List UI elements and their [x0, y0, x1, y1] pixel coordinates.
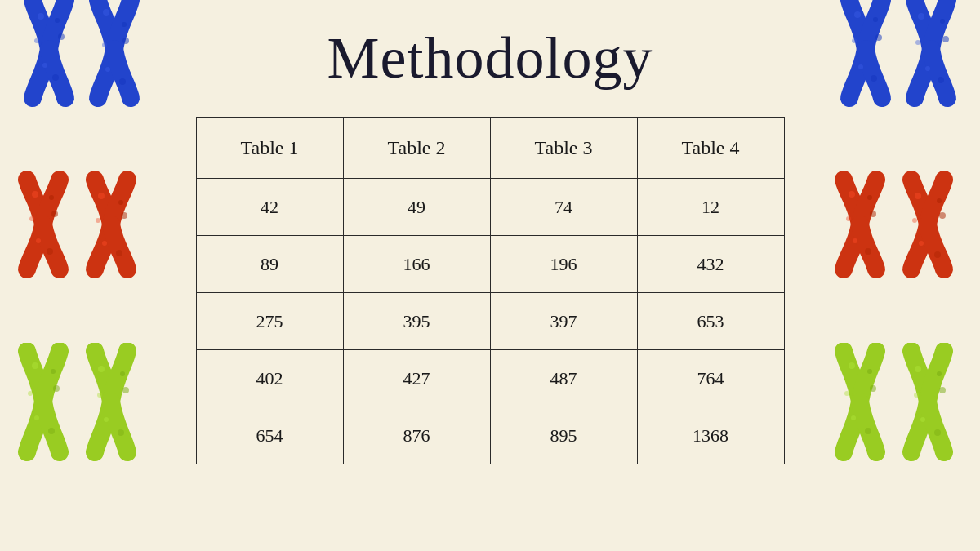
- cell-r2-c1: 89: [196, 236, 343, 293]
- svg-point-24: [32, 362, 38, 369]
- cell-r5-c4: 1368: [637, 407, 784, 464]
- methodology-table: Table 1 Table 2 Table 3 Table 4 42 49 74…: [196, 117, 785, 464]
- svg-point-48: [849, 191, 855, 198]
- cell-r2-c4: 432: [637, 236, 784, 293]
- svg-point-27: [53, 385, 60, 392]
- table-row: 275 395 397 653: [196, 293, 784, 350]
- col-header-2: Table 2: [343, 118, 490, 179]
- svg-point-62: [844, 391, 849, 396]
- cell-r1-c2: 49: [343, 179, 490, 236]
- page-title: Methodology: [327, 24, 653, 92]
- svg-point-36: [854, 11, 861, 18]
- cell-r3-c3: 397: [490, 293, 637, 350]
- col-header-1: Table 1: [196, 118, 343, 179]
- svg-point-26: [28, 391, 33, 396]
- svg-point-5: [52, 74, 59, 81]
- svg-point-17: [47, 248, 53, 255]
- svg-point-12: [32, 191, 38, 198]
- svg-point-35: [118, 429, 124, 436]
- svg-point-4: [42, 63, 47, 68]
- chrom-green-left: [8, 343, 155, 539]
- svg-point-15: [51, 211, 58, 217]
- svg-point-37: [873, 17, 878, 22]
- svg-point-29: [48, 428, 55, 434]
- svg-point-9: [122, 38, 129, 44]
- svg-point-68: [914, 393, 919, 398]
- cell-r3-c2: 395: [343, 293, 490, 350]
- svg-point-66: [915, 366, 921, 372]
- table-row: 402 427 487 764: [196, 350, 784, 407]
- svg-point-25: [51, 369, 56, 374]
- chrom-blue-top-left: [8, 0, 155, 188]
- svg-point-50: [846, 216, 851, 221]
- table-row: 654 876 895 1368: [196, 407, 784, 464]
- svg-point-18: [98, 193, 105, 199]
- svg-point-71: [934, 429, 941, 436]
- cell-r3-c1: 275: [196, 293, 343, 350]
- cell-r4-c4: 764: [637, 350, 784, 407]
- svg-point-40: [858, 64, 863, 69]
- svg-point-64: [851, 415, 856, 420]
- svg-point-52: [853, 238, 858, 243]
- cell-r3-c4: 653: [637, 293, 784, 350]
- cell-r5-c1: 654: [196, 407, 343, 464]
- chrom-red-right: [825, 171, 972, 335]
- cell-r4-c3: 487: [490, 350, 637, 407]
- svg-point-22: [102, 241, 107, 246]
- svg-point-57: [939, 212, 946, 219]
- svg-point-69: [939, 387, 946, 393]
- cell-r1-c4: 12: [637, 179, 784, 236]
- svg-point-0: [38, 13, 44, 20]
- table-row: 89 166 196 432: [196, 236, 784, 293]
- svg-point-20: [96, 218, 100, 223]
- svg-point-44: [915, 40, 920, 45]
- data-table-area: Table 1 Table 2 Table 3 Table 4 42 49 74…: [196, 117, 785, 464]
- cell-r1-c1: 42: [196, 179, 343, 236]
- svg-point-2: [34, 38, 39, 43]
- svg-point-60: [849, 362, 855, 369]
- svg-point-41: [871, 75, 877, 82]
- cell-r5-c3: 895: [490, 407, 637, 464]
- svg-point-54: [915, 193, 921, 199]
- svg-point-23: [116, 250, 122, 256]
- svg-point-34: [104, 417, 109, 422]
- page-container: Methodology Table 1 Table 2 Table 3 Tabl…: [0, 0, 980, 551]
- svg-point-33: [122, 387, 129, 393]
- cell-r2-c2: 166: [343, 236, 490, 293]
- svg-point-42: [918, 13, 924, 20]
- svg-point-31: [120, 371, 125, 376]
- svg-point-14: [29, 216, 34, 221]
- svg-point-28: [34, 415, 39, 420]
- svg-point-51: [870, 211, 876, 217]
- svg-point-16: [36, 238, 41, 243]
- svg-point-6: [103, 9, 109, 16]
- svg-point-11: [119, 78, 126, 85]
- svg-point-21: [121, 212, 127, 219]
- svg-point-49: [867, 195, 872, 200]
- svg-point-59: [934, 251, 941, 258]
- svg-point-30: [98, 366, 105, 372]
- chrom-blue-top-right: [825, 0, 972, 188]
- svg-point-58: [919, 241, 924, 246]
- svg-point-46: [925, 66, 930, 71]
- col-header-3: Table 3: [490, 118, 637, 179]
- svg-point-13: [49, 195, 54, 200]
- cell-r1-c3: 74: [490, 179, 637, 236]
- svg-point-7: [122, 22, 127, 27]
- svg-point-56: [912, 218, 917, 223]
- svg-point-39: [875, 34, 882, 41]
- cell-r4-c2: 427: [343, 350, 490, 407]
- svg-point-61: [867, 369, 872, 374]
- chrom-red-left: [8, 171, 155, 335]
- col-header-4: Table 4: [637, 118, 784, 179]
- svg-point-3: [58, 33, 65, 40]
- cell-r4-c1: 402: [196, 350, 343, 407]
- svg-point-53: [865, 248, 871, 255]
- svg-point-8: [102, 42, 107, 47]
- svg-point-55: [937, 198, 942, 203]
- svg-point-1: [55, 18, 60, 23]
- cell-r2-c3: 196: [490, 236, 637, 293]
- svg-point-67: [937, 371, 942, 376]
- svg-point-32: [97, 393, 102, 398]
- svg-point-10: [105, 67, 110, 72]
